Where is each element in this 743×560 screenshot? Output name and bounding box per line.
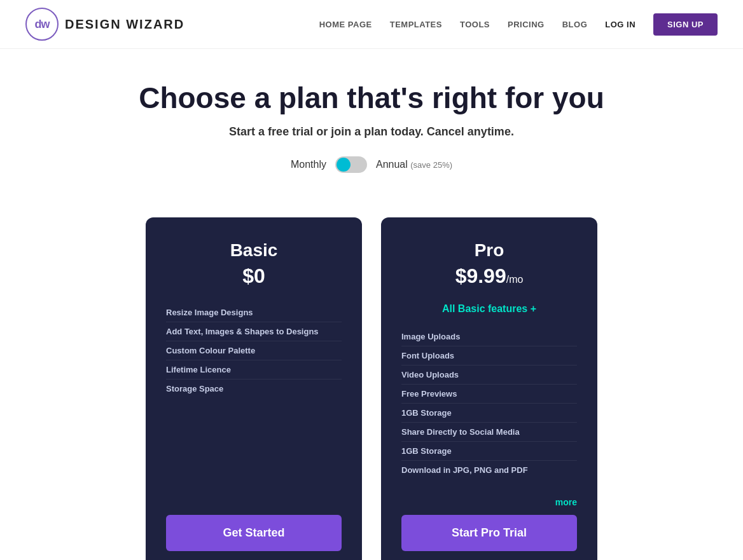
nav-home-page[interactable]: HOME PAGE (319, 20, 372, 29)
pro-features-header: All Basic features + (401, 303, 577, 315)
nav-blog[interactable]: BLOG (562, 20, 588, 29)
list-item: 1GB Storage (401, 404, 577, 423)
pro-features-list: Image Uploads Font Uploads Video Uploads… (401, 327, 577, 479)
pro-plan-title: Pro (401, 240, 577, 261)
more-features-link[interactable]: more (401, 497, 577, 507)
billing-toggle[interactable] (335, 156, 367, 173)
monthly-label: Monthly (291, 159, 326, 170)
list-item: Resize Image Designs (166, 303, 342, 322)
billing-toggle-row: Monthly Annual (save 25%) (13, 156, 730, 173)
logo-area: dw DESIGN WIZARD (25, 8, 184, 41)
hero-section: Choose a plan that's right for you Start… (0, 49, 743, 217)
nav-pricing[interactable]: PRICING (508, 20, 545, 29)
nav-links: HOME PAGE TEMPLATES TOOLS PRICING BLOG L… (319, 18, 718, 30)
nav-tools[interactable]: TOOLS (460, 20, 490, 29)
list-item: Add Text, Images & Shapes to Designs (166, 322, 342, 341)
list-item: Custom Colour Palette (166, 341, 342, 360)
basic-plan-title: Basic (166, 240, 342, 261)
hero-subtitle: Start a free trial or join a plan today.… (13, 125, 730, 139)
basic-plan-price: $0 (166, 264, 342, 288)
list-item: Download in JPG, PNG and PDF (401, 461, 577, 479)
list-item: Lifetime Licence (166, 360, 342, 379)
list-item: Image Uploads (401, 327, 577, 346)
annual-label: Annual (save 25%) (376, 159, 452, 170)
pro-cta-button[interactable]: Start Pro Trial (401, 515, 577, 551)
pricing-cards: Basic $0 Resize Image Designs Add Text, … (0, 217, 743, 560)
pro-plan-price: $9.99/mo (401, 264, 577, 288)
list-item: Video Uploads (401, 365, 577, 385)
per-month-label: /mo (506, 274, 524, 285)
toggle-knob (337, 158, 351, 172)
logo-icon: dw (25, 8, 59, 41)
list-item: 1GB Storage (401, 442, 577, 461)
basic-features-list: Resize Image Designs Add Text, Images & … (166, 303, 342, 497)
list-item: Storage Space (166, 379, 342, 398)
save-badge: (save 25%) (410, 160, 452, 170)
list-item: Font Uploads (401, 346, 577, 365)
logo-text: DESIGN WIZARD (65, 17, 184, 32)
nav-templates[interactable]: TEMPLATES (390, 20, 442, 29)
nav-login[interactable]: LOG IN (605, 20, 635, 29)
basic-plan-card: Basic $0 Resize Image Designs Add Text, … (146, 217, 362, 560)
pro-plan-card: Pro $9.99/mo All Basic features + Image … (381, 217, 597, 560)
list-item: Share Directly to Social Media (401, 423, 577, 442)
nav-signup-button[interactable]: SIGN UP (653, 13, 718, 36)
navbar: dw DESIGN WIZARD HOME PAGE TEMPLATES TOO… (0, 0, 743, 49)
list-item: Free Previews (401, 385, 577, 404)
page-title: Choose a plan that's right for you (13, 81, 730, 115)
basic-cta-button[interactable]: Get Started (166, 515, 342, 551)
